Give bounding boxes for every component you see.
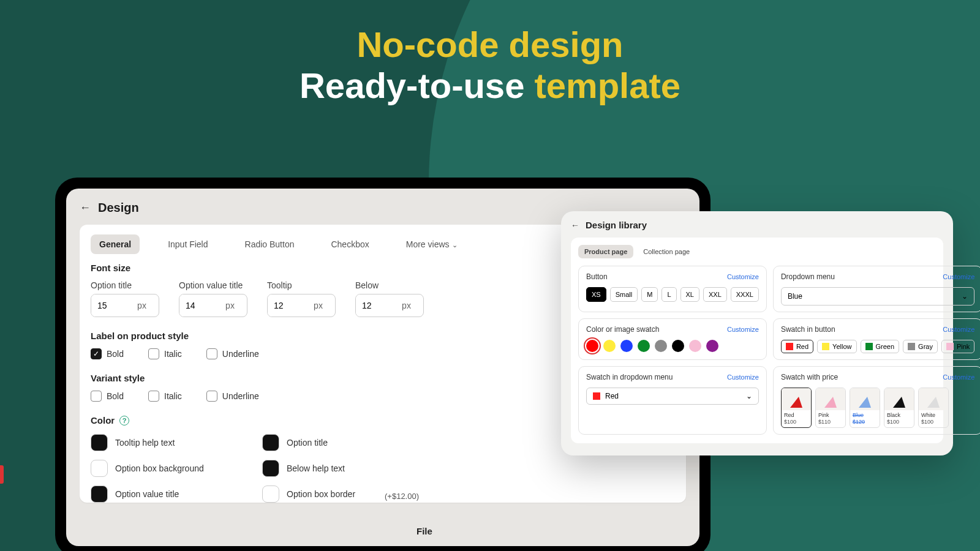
lib-swdd-title: Swatch in dropdown menu [586, 373, 673, 381]
marketing-headline: No-code design Ready-to-use template [0, 0, 980, 106]
dropdown-select[interactable]: Blue⌄ [781, 287, 974, 305]
tab-checkbox[interactable]: Checkbox [322, 234, 377, 254]
option-value-title-value[interactable] [179, 294, 213, 317]
price-card-red[interactable]: Red$100 [781, 388, 812, 428]
size-m[interactable]: M [641, 287, 658, 302]
below-value[interactable] [356, 294, 390, 317]
color-swatch [91, 460, 108, 477]
customize-link[interactable]: Customize [727, 273, 759, 280]
option-value-title-input[interactable]: px [179, 294, 247, 317]
swbtn-pink[interactable]: Pink [941, 340, 974, 353]
lib-dropdown-title: Dropdown menu [781, 272, 835, 281]
tab-general[interactable]: General [91, 234, 140, 254]
tab-more-views[interactable]: More views⌄ [398, 234, 466, 254]
lib-dropdown-card: Dropdown menuCustomize Blue⌄ [773, 266, 980, 312]
tooltip-label: Tooltip [267, 280, 336, 290]
checkbox-icon [206, 348, 217, 359]
color-chip [786, 343, 793, 350]
color-option-box-border[interactable]: Option box border [262, 485, 397, 503]
color-option-value-title[interactable]: Option value title [91, 485, 225, 503]
swbtn-green[interactable]: Green [861, 340, 900, 353]
checkbox-icon [148, 348, 159, 359]
lib-swatch-button-card: Swatch in buttonCustomize Red Yellow Gre… [773, 318, 980, 360]
price-card-white[interactable]: White$100 [918, 388, 949, 428]
swatch-green[interactable] [638, 340, 650, 352]
swatch-red[interactable] [586, 340, 598, 352]
design-library-popup: ← Design library Product page Collection… [561, 211, 953, 455]
color-chip [946, 343, 954, 350]
lib-swprice-title: Swatch with price [781, 373, 838, 381]
option-title-value[interactable] [91, 294, 125, 317]
color-chip [593, 392, 600, 400]
customize-link[interactable]: Customize [943, 373, 974, 381]
size-xs[interactable]: XS [586, 287, 606, 302]
below-label: Below [355, 280, 424, 290]
color-option-box-bg[interactable]: Option box background [91, 460, 225, 477]
swbtn-red[interactable]: Red [781, 340, 813, 353]
help-icon[interactable]: ? [119, 416, 129, 425]
chevron-down-icon: ⌄ [962, 292, 968, 301]
size-xxl[interactable]: XXL [703, 287, 727, 302]
price-card-blue[interactable]: Blue$120 [850, 388, 880, 428]
label-underline-check[interactable]: Underline [206, 348, 259, 359]
product-thumb [884, 388, 914, 410]
size-button-group: XS Small M L XL XXL XXXL [586, 287, 759, 302]
swatch-yellow[interactable] [603, 340, 616, 352]
option-title-label: Option title [91, 280, 159, 290]
lib-swatch-title: Color or image swatch [586, 325, 659, 334]
tab-radio-button[interactable]: Radio Button [236, 234, 303, 254]
price-card-pink[interactable]: Pink$110 [815, 388, 846, 428]
back-arrow-icon[interactable]: ← [80, 201, 91, 214]
tooltip-input[interactable]: px [267, 294, 336, 317]
product-thumb [782, 388, 811, 410]
option-title-input[interactable]: px [91, 294, 159, 317]
color-option-title[interactable]: Option title [262, 434, 397, 451]
swbtn-gray[interactable]: Gray [903, 340, 938, 353]
label-bold-check[interactable]: ✓Bold [91, 348, 124, 359]
red-edge-accent [0, 465, 4, 484]
swatch-dropdown[interactable]: Red ⌄ [586, 388, 759, 405]
option-value-title-label: Option value title [179, 280, 247, 290]
customize-link[interactable]: Customize [727, 326, 759, 333]
popup-back-icon[interactable]: ← [571, 220, 579, 230]
size-l[interactable]: L [662, 287, 676, 302]
lib-swatch-card: Color or image swatchCustomize [578, 318, 767, 360]
size-xxxl[interactable]: XXXL [731, 287, 759, 302]
below-unit: px [390, 294, 423, 317]
variant-italic-check[interactable]: Italic [148, 391, 182, 402]
swatch-pink[interactable] [689, 340, 701, 352]
swatch-gray[interactable] [655, 340, 667, 352]
tooltip-value[interactable] [268, 294, 301, 317]
pill-product-page[interactable]: Product page [578, 245, 633, 258]
customize-link[interactable]: Customize [943, 273, 974, 280]
customize-link[interactable]: Customize [943, 326, 974, 333]
size-small[interactable]: Small [610, 287, 638, 302]
checkbox-icon [206, 391, 217, 402]
swatch-purple[interactable] [706, 340, 718, 352]
size-xl[interactable]: XL [680, 287, 699, 302]
tab-input-field[interactable]: Input Field [159, 234, 216, 254]
label-italic-check[interactable]: Italic [148, 348, 182, 359]
swatch-blue[interactable] [620, 340, 633, 352]
customize-link[interactable]: Customize [727, 373, 759, 381]
option-value-title-unit: px [213, 294, 247, 317]
swatch-black[interactable] [672, 340, 684, 352]
color-tooltip-help[interactable]: Tooltip help text [91, 434, 225, 451]
variant-underline-check[interactable]: Underline [206, 391, 259, 402]
swbtn-yellow[interactable]: Yellow [817, 340, 856, 353]
checkbox-checked-icon: ✓ [91, 348, 102, 359]
chevron-down-icon: ⌄ [452, 241, 458, 249]
color-swatch [91, 434, 108, 451]
lib-swbtn-title: Swatch in button [781, 325, 835, 334]
below-input[interactable]: px [355, 294, 424, 317]
pill-collection-page[interactable]: Collection page [637, 245, 696, 258]
page-title: Design [98, 201, 139, 215]
color-swatch [91, 485, 108, 503]
price-hint-text: (+$12.00) [385, 492, 419, 501]
price-card-black[interactable]: Black$100 [884, 388, 914, 428]
color-chip [908, 343, 915, 350]
variant-bold-check[interactable]: Bold [91, 391, 124, 402]
lib-swatch-price-card: Swatch with priceCustomize Red$100 Pink$… [773, 366, 980, 435]
color-below-help[interactable]: Below help text [262, 460, 397, 477]
checkbox-icon [91, 391, 102, 402]
